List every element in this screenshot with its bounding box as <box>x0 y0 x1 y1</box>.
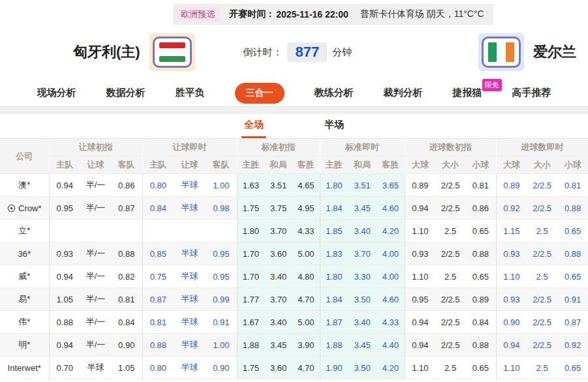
odds-cell: 0.87 <box>142 288 174 311</box>
odds-cell: 3.51 <box>348 174 377 197</box>
table-row: Crow*0.95半/一0.870.84半球0.981.753.754.951.… <box>0 197 588 220</box>
odds-cell: 3.65 <box>377 174 405 197</box>
odds-cell: 4.60 <box>377 288 405 311</box>
odds-cell <box>206 220 237 242</box>
odds-cell: 2.5 <box>435 265 465 288</box>
odds-cell: 1.10 <box>496 265 527 288</box>
nav-tab-label: 数据分析 <box>106 87 146 98</box>
odds-cell: 1.75 <box>237 357 264 379</box>
odds-cell: 1.10 <box>496 357 527 379</box>
odds-cell: 0.93 <box>405 242 435 265</box>
odds-cell: 4.00 <box>377 265 405 288</box>
nav-tab-0[interactable]: 现场分析 <box>37 87 76 99</box>
nav-tab-3[interactable]: 三合一 <box>235 83 285 104</box>
odds-cell: 1.85 <box>320 220 348 242</box>
odds-cell: 0.65 <box>465 265 496 288</box>
period-tab-1[interactable]: 半场 <box>322 115 347 138</box>
table-row: 伟*0.88半/一0.840.81半球0.911.673.405.001.873… <box>0 311 588 334</box>
odds-cell: 0.87 <box>557 311 588 334</box>
company-name: 明* <box>18 339 30 351</box>
sub-column-header: 主胜 <box>320 156 348 174</box>
odds-cell: 1.87 <box>320 311 348 334</box>
odds-cell: 2/2.5 <box>527 197 557 220</box>
nav-tab-label: 教练分析 <box>315 87 354 98</box>
odds-cell: 0.90 <box>206 357 237 379</box>
match-info-strip: 欧洲预选 开赛时间： 2025-11-16 22:00 普斯卡什体育场 阴天，1… <box>173 4 493 25</box>
odds-cell: 0.88 <box>465 242 496 265</box>
odds-cell: 4.65 <box>292 174 320 197</box>
odds-cell: 3.45 <box>264 334 292 357</box>
odds-cell: 3.60 <box>264 242 292 265</box>
company-cell: Crow* <box>0 197 49 220</box>
company-name: Crow* <box>18 203 41 213</box>
sub-column-header: 让球 <box>174 156 206 174</box>
odds-cell <box>80 220 111 242</box>
odds-cell: 1.05 <box>49 288 80 311</box>
odds-cell: 5.00 <box>292 311 320 334</box>
odds-cell: 0.88 <box>557 197 588 220</box>
sub-column-header: 小球 <box>557 156 588 174</box>
odds-cell: 3.70 <box>348 242 377 265</box>
odds-cell: 半球 <box>174 197 206 220</box>
odds-cell: 3.50 <box>348 357 377 379</box>
odds-cell: 3.51 <box>264 174 292 197</box>
company-name: 立* <box>18 225 30 237</box>
nav-tab-7[interactable]: 高手推荐 <box>512 87 551 99</box>
odds-cell: 1.75 <box>237 197 264 220</box>
nav-tab-1[interactable]: 数据分析 <box>106 87 146 99</box>
period-tabs: 全场半场 <box>0 114 588 138</box>
odds-cell: 0.87 <box>111 197 142 220</box>
odds-cell: 2/2.5 <box>527 311 557 334</box>
nav-tab-2[interactable]: 胜平负 <box>176 87 205 99</box>
free-badge: 限免 <box>482 79 502 91</box>
odds-cell: 0.65 <box>557 357 588 379</box>
company-name: Interwet* <box>8 363 41 373</box>
odds-cell: 4.40 <box>377 334 405 357</box>
away-team-name: 爱尔兰 <box>533 42 576 62</box>
odds-cell: 半球 <box>174 311 206 334</box>
odds-cell: 0.89 <box>405 174 435 197</box>
countdown-unit: 分钟 <box>332 46 352 59</box>
odds-cell: 2.5 <box>527 357 557 379</box>
league-badge: 欧洲预选 <box>176 7 220 22</box>
odds-cell: 1.05 <box>111 357 142 379</box>
odds-cell: 2/2.5 <box>527 242 557 265</box>
company-cell: 36* <box>0 242 49 265</box>
odds-cell: 1.10 <box>405 357 435 379</box>
odds-cell: 0.88 <box>49 311 80 334</box>
odds-cell: 1.70 <box>237 242 264 265</box>
nav-tab-5[interactable]: 裁判分析 <box>384 87 423 99</box>
company-name: 易* <box>18 293 30 305</box>
countdown-value: 877 <box>287 42 327 62</box>
odds-cell: 半球 <box>174 357 206 379</box>
odds-cell: 0.81 <box>465 174 496 197</box>
sub-column-header: 客队 <box>206 156 237 174</box>
odds-cell: 2.5 <box>435 357 465 379</box>
odds-cell: 1.80 <box>237 220 264 242</box>
odds-cell: 4.33 <box>377 311 405 334</box>
odds-table-body: 澳*0.94半/一0.860.80半球1.001.633.514.651.803… <box>0 174 588 379</box>
odds-cell: 半/一 <box>80 265 111 288</box>
period-tab-0[interactable]: 全场 <box>241 115 266 138</box>
company-column-header: 公司 <box>0 139 49 174</box>
sub-column-header: 主胜 <box>237 156 264 174</box>
odds-cell: 2/2.5 <box>435 197 465 220</box>
odds-cell: 2/2.5 <box>435 311 465 334</box>
odds-cell: 0.88 <box>465 334 496 357</box>
odds-table: 公司让球初指让球即时标准初指标准即时进球数初指进球数即时主队让球客队主队让球客队… <box>0 138 588 379</box>
nav-tab-6[interactable]: 捷报猫限免 <box>453 87 482 99</box>
odds-cell: 0.85 <box>142 242 174 265</box>
odds-cell: 半/一 <box>80 197 111 220</box>
sub-column-header: 主队 <box>142 156 174 174</box>
sub-column-header: 客胜 <box>292 156 320 174</box>
nav-tab-4[interactable]: 教练分析 <box>315 87 354 99</box>
odds-cell: 3.70 <box>264 288 292 311</box>
odds-cell: 1.88 <box>320 334 348 357</box>
odds-cell: 2.5 <box>527 265 557 288</box>
odds-cell: 0.75 <box>142 265 174 288</box>
group-header: 进球数即时 <box>496 139 588 156</box>
odds-cell: 0.95 <box>206 242 237 265</box>
odds-cell: 0.89 <box>496 174 527 197</box>
company-name: 伟* <box>18 316 30 328</box>
odds-cell: 3.90 <box>292 334 320 357</box>
